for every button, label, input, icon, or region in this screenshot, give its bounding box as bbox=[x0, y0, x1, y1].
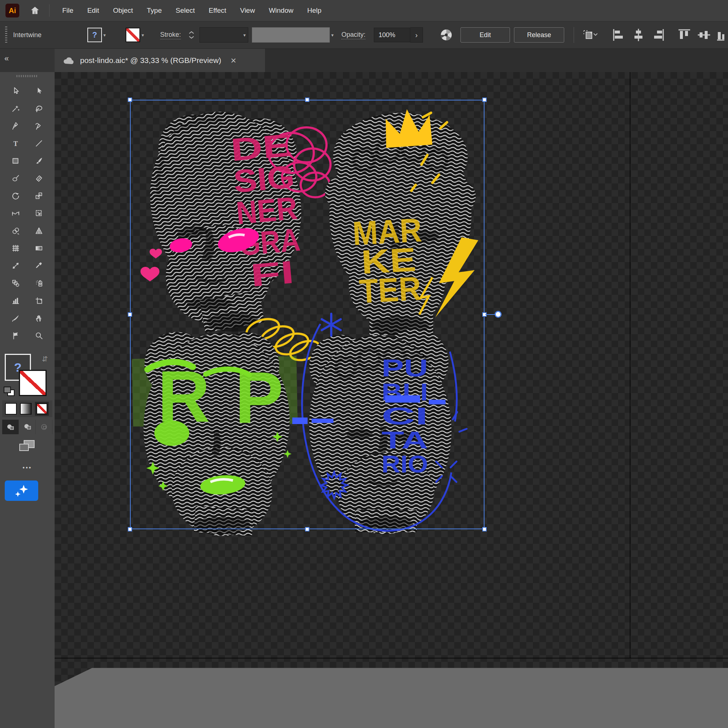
artboard-move-icon[interactable] bbox=[582, 21, 598, 48]
rectangle-tool[interactable] bbox=[7, 152, 24, 170]
hand-tool[interactable] bbox=[31, 309, 47, 327]
direct-selection-tool[interactable] bbox=[31, 82, 47, 100]
draw-behind-icon[interactable] bbox=[19, 420, 36, 434]
shape-builder-tool[interactable] bbox=[7, 222, 24, 240]
eyedropper-tool[interactable] bbox=[31, 257, 47, 274]
paintbrush-tool[interactable] bbox=[31, 152, 47, 170]
edit-toolbar-button[interactable]: ••• bbox=[0, 465, 55, 471]
column-graph-tool[interactable] bbox=[7, 292, 24, 309]
stroke-weight-dropdown[interactable]: ▾ bbox=[199, 27, 248, 43]
menu-separator bbox=[49, 5, 49, 17]
none-button[interactable] bbox=[35, 402, 49, 416]
stroke-none-swatch[interactable] bbox=[125, 28, 140, 42]
color-button[interactable] bbox=[5, 403, 17, 414]
control-separator bbox=[574, 27, 574, 43]
gradient-tool[interactable] bbox=[31, 240, 47, 257]
color-type-buttons bbox=[2, 401, 52, 417]
free-transform-tool[interactable] bbox=[31, 205, 47, 222]
align-top-icon[interactable] bbox=[677, 28, 691, 42]
shaper-tool[interactable] bbox=[7, 170, 24, 187]
panel-grip[interactable] bbox=[5, 27, 7, 44]
swap-fill-stroke-icon[interactable]: ⇆ bbox=[41, 356, 49, 362]
draw-inside-icon bbox=[36, 420, 52, 434]
menu-item-object[interactable]: Object bbox=[106, 0, 140, 21]
document-title: post-lindo.aic* @ 33,33 % (RGB/Preview) bbox=[80, 56, 221, 65]
illustrator-logo-icon[interactable]: Ai bbox=[5, 4, 19, 17]
magic-wand-tool[interactable] bbox=[7, 100, 24, 117]
scale-tool[interactable] bbox=[31, 187, 47, 205]
menu-item-help[interactable]: Help bbox=[300, 0, 328, 21]
canvas[interactable]: .hline{font-family:"Liberation Sans",san… bbox=[55, 72, 728, 728]
selection-handle-s[interactable] bbox=[305, 527, 309, 531]
menu-item-view[interactable]: View bbox=[233, 0, 262, 21]
perspective-grid-tool[interactable] bbox=[31, 222, 47, 240]
pen-tool[interactable] bbox=[7, 117, 24, 135]
menu-item-edit[interactable]: Edit bbox=[80, 0, 106, 21]
selection-handle-nw[interactable] bbox=[128, 98, 132, 102]
rotate-view-tool[interactable] bbox=[7, 327, 24, 344]
selection-handle-ne[interactable] bbox=[482, 98, 487, 102]
align-v-center-icon[interactable] bbox=[697, 28, 711, 42]
edit-button[interactable]: Edit bbox=[460, 27, 510, 43]
opacity-input[interactable]: 100% bbox=[374, 28, 410, 42]
change-screen-mode-icon[interactable] bbox=[17, 439, 37, 454]
selection-handle-se[interactable] bbox=[482, 527, 487, 531]
selection-handle-sw[interactable] bbox=[128, 527, 132, 531]
curvature-tool[interactable] bbox=[31, 117, 47, 135]
home-icon[interactable] bbox=[29, 5, 41, 17]
collapse-panels-button[interactable]: « bbox=[5, 54, 8, 63]
stroke-label[interactable]: Stroke: bbox=[160, 31, 181, 39]
selection-tool[interactable] bbox=[7, 82, 24, 100]
align-right-icon[interactable] bbox=[651, 28, 665, 42]
opacity-label[interactable]: Opacity: bbox=[341, 31, 366, 39]
document-tab[interactable]: post-lindo.aic* @ 33,33 % (RGB/Preview) … bbox=[55, 49, 265, 72]
zoom-tool[interactable] bbox=[31, 327, 47, 344]
slice-tool[interactable] bbox=[7, 309, 24, 327]
menu-bar: Ai File Edit Object Type Select Effect V… bbox=[0, 0, 728, 21]
chevron-down-icon[interactable]: ▾ bbox=[103, 32, 106, 38]
close-icon[interactable]: × bbox=[231, 56, 236, 65]
align-bottom-icon[interactable] bbox=[716, 28, 724, 42]
width-tool[interactable] bbox=[7, 205, 24, 222]
artboard-tool[interactable] bbox=[31, 292, 47, 309]
selection-handle-n[interactable] bbox=[305, 98, 309, 102]
gradient-button[interactable] bbox=[20, 403, 32, 414]
align-h-center-icon[interactable] bbox=[631, 28, 646, 42]
draw-normal-icon[interactable] bbox=[2, 420, 19, 434]
menu-item-effect[interactable]: Effect bbox=[202, 0, 233, 21]
type-tool[interactable]: T bbox=[7, 135, 24, 152]
selection-knob-connector bbox=[485, 314, 496, 315]
line-segment-tool[interactable] bbox=[31, 135, 47, 152]
release-button[interactable]: Release bbox=[514, 27, 564, 43]
drawing-mode-buttons bbox=[2, 420, 52, 434]
mesh-tool[interactable] bbox=[7, 240, 24, 257]
stroke-color-none-swatch[interactable] bbox=[19, 370, 47, 396]
generative-ai-button[interactable] bbox=[5, 480, 38, 501]
menu-item-type[interactable]: Type bbox=[140, 0, 168, 21]
opacity-expand-button[interactable]: › bbox=[410, 27, 423, 43]
sparkle-stars-icon bbox=[12, 483, 31, 498]
align-left-icon[interactable] bbox=[612, 28, 626, 42]
toolbar-grip[interactable] bbox=[16, 75, 38, 77]
rotate-tool[interactable] bbox=[7, 187, 24, 205]
measure-tool[interactable] bbox=[7, 257, 24, 274]
stroke-weight-stepper[interactable] bbox=[188, 21, 194, 48]
eraser-tool[interactable] bbox=[31, 170, 47, 187]
default-fill-stroke-icon[interactable] bbox=[4, 387, 15, 396]
fill-swatch[interactable]: ? bbox=[87, 28, 102, 42]
lasso-tool[interactable] bbox=[31, 100, 47, 117]
menu-item-window[interactable]: Window bbox=[262, 0, 300, 21]
selection-bounding-box[interactable] bbox=[130, 100, 485, 529]
blend-tool[interactable] bbox=[7, 274, 24, 292]
toolbar-dock: « T ? ⇆ bbox=[0, 49, 55, 728]
chevron-down-icon[interactable]: ▾ bbox=[142, 32, 144, 38]
menu-item-file[interactable]: File bbox=[55, 0, 80, 21]
variable-width-dropdown bbox=[252, 27, 330, 43]
selection-rotate-knob[interactable] bbox=[495, 311, 502, 318]
symbol-sprayer-tool[interactable] bbox=[31, 274, 47, 292]
panel-label: Intertwine bbox=[13, 31, 41, 39]
color-wheel-icon[interactable] bbox=[440, 21, 453, 48]
control-bar: Intertwine ? ▾ ▾ Stroke: ▾ ▾ Opacity: 10… bbox=[0, 21, 728, 49]
selection-handle-w[interactable] bbox=[128, 312, 132, 317]
menu-item-select[interactable]: Select bbox=[169, 0, 202, 21]
